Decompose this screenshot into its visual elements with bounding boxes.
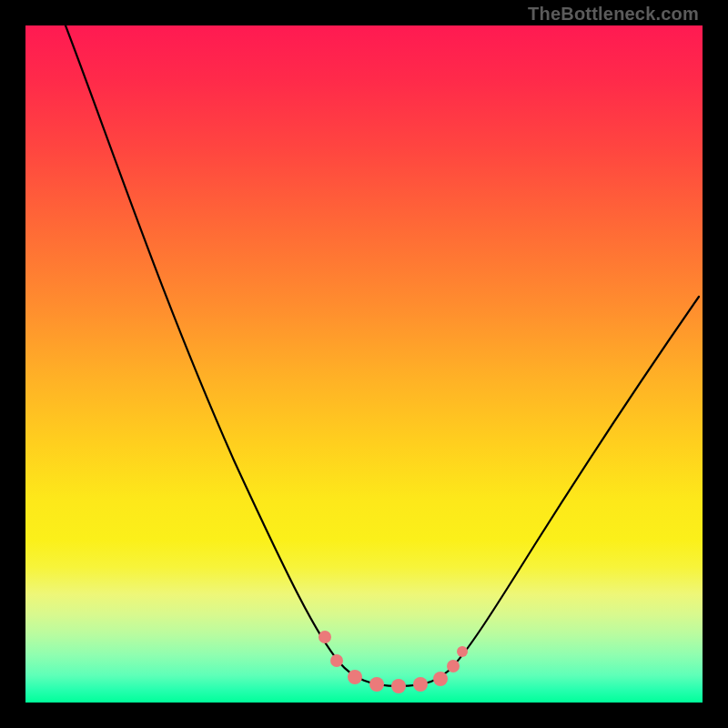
chart-plot-area xyxy=(25,25,703,703)
chart-marker xyxy=(318,631,331,643)
chart-marker xyxy=(330,654,343,667)
watermark-text: TheBottleneck.com xyxy=(528,4,699,25)
chart-marker xyxy=(447,660,460,672)
chart-curve xyxy=(66,25,699,686)
chart-frame: TheBottleneck.com xyxy=(0,0,728,728)
chart-marker xyxy=(348,670,362,684)
chart-marker xyxy=(457,646,468,657)
chart-marker xyxy=(413,677,428,692)
chart-marker xyxy=(433,672,448,686)
chart-marker xyxy=(369,677,384,692)
chart-markers xyxy=(318,631,468,693)
chart-svg xyxy=(25,25,703,703)
chart-marker xyxy=(391,679,406,693)
